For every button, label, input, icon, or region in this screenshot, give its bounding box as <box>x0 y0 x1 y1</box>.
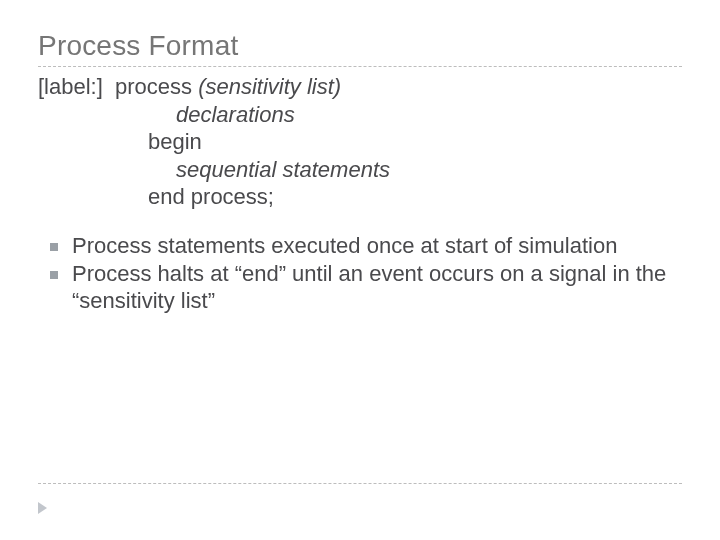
syntax-line-2: declarations <box>38 101 682 129</box>
list-item: Process statements executed once at star… <box>44 233 682 260</box>
list-item: Process halts at “end” until an event oc… <box>44 261 682 315</box>
syntax-line-3: begin <box>38 128 682 156</box>
slide: Process Format [label:] process (sensiti… <box>0 0 720 540</box>
syntax-line-5: end process; <box>38 183 682 211</box>
syntax-line-1-prefix: [label:] process <box>38 74 198 99</box>
syntax-line-1-italic: (sensitivity list) <box>198 74 341 99</box>
slide-title: Process Format <box>38 30 682 62</box>
title-divider <box>38 66 682 67</box>
syntax-line-1: [label:] process (sensitivity list) <box>38 73 682 101</box>
footer-divider <box>38 483 682 484</box>
syntax-block: [label:] process (sensitivity list) decl… <box>38 73 682 211</box>
corner-arrow-icon <box>38 502 47 514</box>
syntax-line-4: sequential statements <box>38 156 682 184</box>
bullet-list: Process statements executed once at star… <box>44 233 682 315</box>
